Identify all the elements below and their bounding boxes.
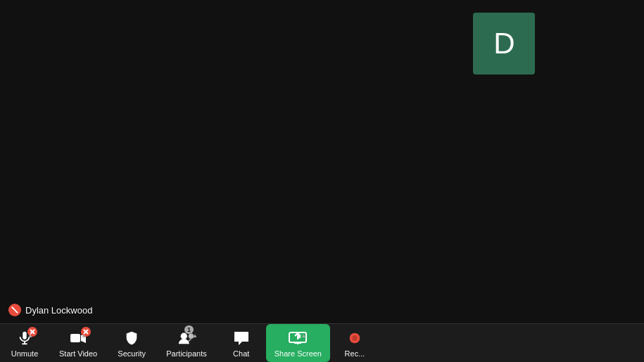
svg-point-21 [352,335,357,340]
svg-rect-7 [70,334,80,342]
start-video-label: Start Video [59,349,97,358]
participant-name: Dylan Lockwood [25,305,92,316]
chat-icon-wrap [232,328,251,348]
record-icon-wrap [345,328,365,348]
unmute-chevron: ▲ [27,332,33,339]
participants-button[interactable]: 1 ▲ Participants [156,324,216,362]
share-screen-icon-wrap: ▲ [288,328,308,348]
start-video-chevron: ▲ [81,332,87,339]
chat-button[interactable]: Chat [217,324,266,362]
svg-point-12 [181,333,187,340]
chat-label: Chat [233,349,249,358]
participant-initial: D [493,27,514,60]
unmute-icon-wrap: ▲ [15,328,34,348]
record-label: Rec... [345,349,365,358]
record-button[interactable]: Rec... [330,324,379,362]
start-video-icon-wrap: ▲ [68,328,88,348]
unmute-button[interactable]: ▲ Unmute [0,324,49,362]
unmute-label: Unmute [11,349,39,358]
participant-tile[interactable]: D [473,13,535,75]
participants-icon-wrap: 1 ▲ [177,328,196,348]
security-label: Security [118,349,146,358]
share-screen-label: Share Screen [274,349,322,358]
name-label: Dylan Lockwood [8,304,92,316]
security-icon-wrap [122,328,141,348]
main-video-area: D Dylan Lockwood [0,0,644,323]
start-video-button[interactable]: ▲ Start Video [49,324,107,362]
share-screen-button[interactable]: ▲ Share Screen [266,324,330,362]
svg-rect-1 [23,332,27,340]
svg-line-0 [12,307,18,313]
share-screen-chevron: ▲ [301,332,306,339]
security-button[interactable]: Security [107,324,156,362]
mute-indicator-icon [8,304,21,316]
participants-chevron: ▲ [192,332,198,339]
participants-label: Participants [166,349,206,358]
toolbar: ▲ Unmute ▲ Start Video Security [0,323,644,362]
